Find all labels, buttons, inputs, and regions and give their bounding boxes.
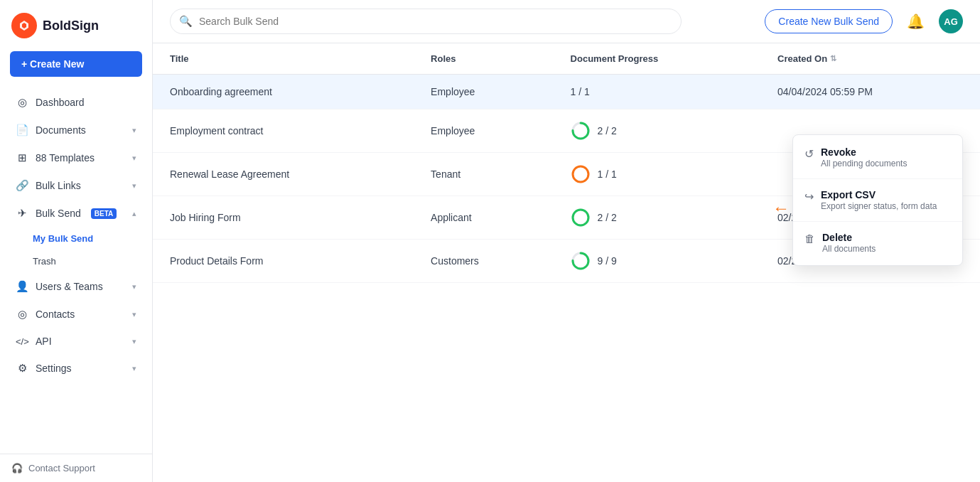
create-bulk-send-button[interactable]: Create New Bulk Send (765, 9, 893, 33)
sort-icon: ⇅ (830, 54, 836, 63)
chevron-down-icon: ▾ (132, 126, 136, 135)
export-csv-label: Export CSV (821, 189, 937, 200)
cell-role: Customers (414, 240, 554, 283)
beta-badge: BETA (91, 208, 117, 219)
cell-progress: 1 / 1 (554, 153, 760, 196)
context-menu-revoke[interactable]: ↺ Revoke All pending documents (793, 139, 962, 176)
headset-icon: 🎧 (11, 463, 23, 473)
menu-divider (793, 221, 962, 222)
sidebar-item-templates[interactable]: ⊞ 88 Templates ▾ (4, 144, 148, 171)
topbar: 🔍 Create New Bulk Send 🔔 AG (153, 0, 980, 43)
settings-icon: ⚙ (16, 362, 28, 375)
logo-text: BoldSign (43, 18, 99, 33)
sidebar-item-api[interactable]: </> API ▾ (4, 328, 148, 354)
avatar[interactable]: AG (939, 9, 963, 33)
revoke-icon: ↺ (804, 147, 814, 161)
sidebar-subitem-my-bulk-send[interactable]: My Bulk Send (4, 227, 148, 250)
cell-progress: 1 / 1 (554, 75, 760, 109)
delete-sublabel: All documents (822, 244, 876, 254)
sidebar-item-documents[interactable]: 📄 Documents ▾ (4, 117, 148, 144)
chevron-down-icon: ▾ (132, 337, 136, 346)
revoke-label: Revoke (821, 146, 907, 158)
chevron-up-icon: ▴ (132, 209, 136, 218)
arrow-indicator: → (772, 198, 790, 218)
search-icon: 🔍 (179, 15, 193, 28)
delete-label: Delete (822, 232, 876, 243)
sidebar-item-bulk-send[interactable]: ✈ Bulk Send BETA ▴ (4, 200, 148, 227)
chevron-down-icon: ▾ (132, 181, 136, 191)
nav-section: ◎ Dashboard 📄 Documents ▾ ⊞ 88 Templates… (0, 88, 152, 454)
chevron-down-icon: ▾ (132, 364, 136, 373)
documents-icon: 📄 (16, 124, 28, 136)
sidebar-item-users-teams[interactable]: 👤 Users & Teams ▾ (4, 273, 148, 300)
topbar-actions: Create New Bulk Send 🔔 AG (765, 9, 963, 33)
export-csv-icon: ↪ (804, 190, 814, 203)
cell-role: Applicant (414, 196, 554, 240)
delete-icon: 🗑 (804, 232, 815, 245)
api-icon: </> (16, 336, 28, 347)
bulk-links-icon: 🔗 (16, 179, 28, 192)
context-menu: ↺ Revoke All pending documents ↪ Export … (792, 134, 963, 266)
cell-created: 04/04/2024 05:59 PM (760, 75, 980, 109)
templates-icon: ⊞ (16, 151, 28, 164)
cell-title: Renewal Lease Agreement (153, 153, 414, 196)
cell-progress: 2 / 2 (554, 196, 760, 240)
dashboard-icon: ◎ (16, 96, 28, 109)
sidebar: BoldSign + Create New ◎ Dashboard 📄 Docu… (0, 0, 153, 482)
cell-title: Job Hiring Form (153, 196, 414, 240)
cell-role: Employee (414, 109, 554, 153)
contacts-icon: ◎ (16, 308, 28, 321)
logo-area: BoldSign (0, 0, 152, 51)
cell-role: Employee (414, 75, 554, 109)
menu-divider (793, 178, 962, 179)
svg-point-4 (573, 210, 588, 225)
col-progress: Document Progress (554, 43, 760, 75)
col-created[interactable]: Created On ⇅ (760, 43, 980, 75)
context-menu-delete[interactable]: 🗑 Delete All documents (793, 225, 962, 261)
svg-point-2 (573, 166, 588, 182)
revoke-sublabel: All pending documents (821, 159, 907, 168)
sidebar-subitem-trash[interactable]: Trash (4, 250, 148, 272)
search-input[interactable] (170, 9, 682, 34)
content-area: Title Roles Document Progress Created On… (153, 43, 980, 482)
logo-icon (11, 13, 37, 38)
export-csv-sublabel: Export signer status, form data (821, 201, 937, 211)
sidebar-item-settings[interactable]: ⚙ Settings ▾ (4, 355, 148, 382)
context-menu-export-csv[interactable]: ↪ Export CSV Export signer status, form … (793, 182, 962, 218)
chevron-down-icon: ▾ (132, 154, 136, 163)
cell-progress: 2 / 2 (554, 109, 760, 153)
cell-progress: 9 / 9 (554, 240, 760, 283)
sidebar-item-bulk-links[interactable]: 🔗 Bulk Links ▾ (4, 172, 148, 199)
progress-circle-icon (571, 208, 591, 227)
table-row[interactable]: Onboarding agreement Employee 1 / 1 04/0… (153, 75, 980, 109)
contact-support-link[interactable]: 🎧 Contact Support (0, 454, 152, 482)
col-roles: Roles (414, 43, 554, 75)
col-title: Title (153, 43, 414, 75)
progress-circle-icon (571, 251, 591, 271)
create-new-button[interactable]: + Create New (10, 51, 142, 77)
cell-title: Product Details Form (153, 240, 414, 283)
progress-circle-icon (571, 164, 591, 184)
bulk-send-icon: ✈ (16, 207, 28, 220)
chevron-down-icon: ▾ (132, 282, 136, 291)
chevron-down-icon: ▾ (132, 310, 136, 319)
cell-title: Onboarding agreement (153, 75, 414, 109)
main-content: 🔍 Create New Bulk Send 🔔 AG Title Roles … (153, 0, 980, 482)
sidebar-item-dashboard[interactable]: ◎ Dashboard (4, 89, 148, 116)
cell-role: Tenant (414, 153, 554, 196)
notification-icon[interactable]: 🔔 (904, 10, 927, 33)
cell-title: Employment contract (153, 109, 414, 153)
progress-circle-icon (571, 121, 591, 141)
sidebar-item-contacts[interactable]: ◎ Contacts ▾ (4, 301, 148, 328)
users-teams-icon: 👤 (16, 280, 28, 293)
search-wrap: 🔍 (170, 9, 682, 34)
